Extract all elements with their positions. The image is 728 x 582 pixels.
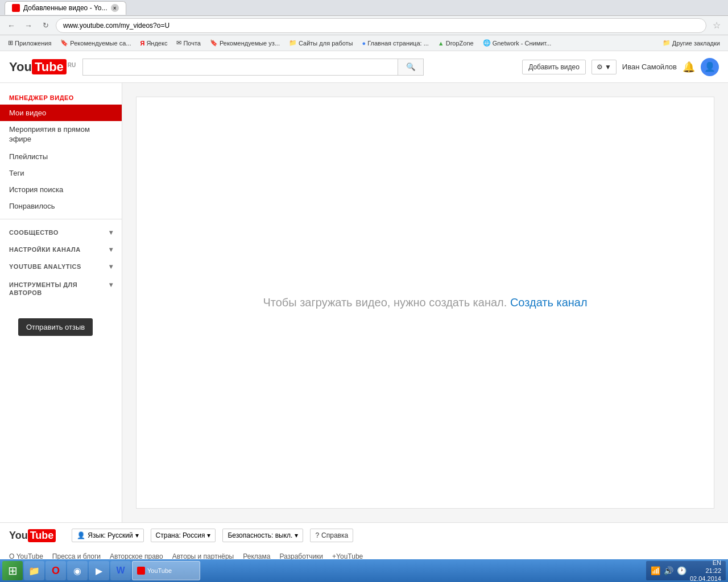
- create-channel-link[interactable]: Создать канал: [510, 296, 588, 309]
- bookmark-home[interactable]: ● Главная страница: ...: [359, 39, 432, 48]
- search-button[interactable]: 🔍: [398, 59, 424, 76]
- user-icon: 👤: [77, 531, 85, 539]
- bookmark-dropzone[interactable]: ▲ DropZone: [435, 39, 477, 48]
- sidebar-item-history[interactable]: История поиска: [0, 181, 122, 198]
- tray-lang: EN: [690, 559, 721, 567]
- bookmark-home-label: Главная страница: ...: [367, 40, 429, 47]
- bookmark-other[interactable]: 📁 Другие закладки: [659, 38, 723, 48]
- media-icon: ▶: [96, 566, 102, 576]
- bookmark-apps-label: Приложения: [15, 40, 51, 47]
- reload-btn[interactable]: ↻: [39, 19, 52, 32]
- bookmark-rec2-label: Рекомендуемые уз...: [220, 40, 280, 47]
- sidebar-item-tags-label: Теги: [9, 169, 24, 177]
- bookmark-yandex[interactable]: Я Яндекс: [136, 39, 171, 48]
- bm-icon-dropzone: ▲: [438, 40, 444, 47]
- sidebar-item-playlists[interactable]: Плейлисты: [0, 148, 122, 165]
- bm-icon-gnetwork: 🌐: [483, 39, 491, 47]
- channel-settings-label: НАСТРОЙКИ КАНАЛА: [9, 246, 81, 253]
- safety-selector[interactable]: Безопасность: выкл. ▾: [222, 529, 303, 542]
- page-wrapper: Добавленные видео - Yo... × ← → ↻ ☆ ⊞ Пр…: [0, 0, 728, 582]
- taskbar-active-app[interactable]: YouTube: [132, 561, 200, 580]
- sidebar-section-channel-settings[interactable]: НАСТРОЙКИ КАНАЛА ▾: [0, 241, 122, 258]
- tab-close-btn[interactable]: ×: [111, 4, 119, 12]
- feedback-button[interactable]: Отправить отзыв: [18, 318, 93, 336]
- bookmark-mail[interactable]: ✉ Почта: [173, 38, 204, 48]
- bookmark-mail-label: Почта: [183, 40, 201, 47]
- opera-icon: O: [52, 565, 60, 577]
- bookmarks-bar: ⊞ Приложения 🔖 Рекомендуемые са... Я Янд…: [0, 35, 728, 51]
- tray-time-display: EN 21:22 02.04.2014: [690, 559, 721, 582]
- start-button[interactable]: ⊞: [2, 561, 23, 580]
- sidebar-item-tags[interactable]: Теги: [0, 165, 122, 181]
- bm-icon-yandex: Я: [140, 40, 144, 47]
- tray-network-icon: 📶: [651, 566, 660, 575]
- help-button[interactable]: ? Справка: [310, 529, 353, 542]
- country-selector[interactable]: Страна: Россия ▾: [151, 529, 216, 542]
- search-input[interactable]: [82, 59, 398, 76]
- settings-button[interactable]: ⚙ ▼: [592, 60, 617, 74]
- sidebar-item-history-label: История поиска: [9, 185, 63, 194]
- forward-btn[interactable]: →: [22, 19, 35, 32]
- empty-state: Чтобы загружать видео, нужно создать кан…: [263, 296, 587, 309]
- logo-you: YouTube: [9, 60, 67, 74]
- word-icon: W: [116, 566, 125, 576]
- tools-chevron: ▾: [109, 281, 113, 290]
- taskbar-tray: 📶 🔊 🕐 EN 21:22 02.04.2014: [646, 561, 726, 580]
- sidebar-section-community[interactable]: СООБЩЕСТВО ▾: [0, 224, 122, 241]
- safety-label: Безопасность: выкл.: [228, 531, 292, 539]
- chrome-icon: ◉: [73, 566, 81, 576]
- taskbar-word[interactable]: W: [110, 561, 131, 580]
- tray-volume-icon: 🔊: [664, 566, 673, 575]
- community-label: СООБЩЕСТВО: [9, 229, 59, 236]
- user-name: Иван Самойлов: [622, 63, 677, 71]
- search-container: 🔍: [82, 59, 424, 76]
- sidebar-section-tools[interactable]: ИНСТРУМЕНТЫ ДЛЯ АВТОРОВ ▾: [0, 275, 122, 303]
- bookmark-rec2[interactable]: 🔖 Рекомендуемые уз...: [206, 38, 283, 48]
- help-icon: ?: [315, 531, 319, 539]
- sidebar-item-liked-label: Понравилось: [9, 202, 55, 210]
- taskbar-explorer[interactable]: 📁: [24, 561, 44, 580]
- taskbar-media[interactable]: ▶: [89, 561, 109, 580]
- bookmark-sites-label: Сайты для работы: [299, 40, 353, 47]
- back-btn[interactable]: ←: [5, 19, 18, 32]
- taskbar: ⊞ 📁 O ◉ ▶ W YouTube 📶 🔊 🕐 EN 21:22: [0, 559, 728, 582]
- star-icon: ☆: [710, 19, 723, 32]
- taskbar-opera[interactable]: O: [46, 561, 66, 580]
- bookmark-apps[interactable]: ⊞ Приложения: [5, 38, 55, 48]
- tab-title: Добавленные видео - Yo...: [23, 4, 107, 12]
- bm-icon-home: ●: [362, 40, 366, 47]
- sidebar-section-analytics[interactable]: YOUTUBE ANALYTICS ▾: [0, 258, 122, 275]
- yt-header: YouTube RU 🔍 Добавить видео ⚙ ▼ Иван Сам…: [0, 51, 728, 83]
- bm-icon-other: 📁: [663, 39, 671, 47]
- user-avatar[interactable]: 👤: [701, 58, 719, 76]
- add-video-button[interactable]: Добавить видео: [522, 60, 586, 74]
- analytics-label: YOUTUBE ANALYTICS: [9, 263, 81, 270]
- sidebar-item-my-videos[interactable]: Мои видео: [0, 105, 122, 121]
- sidebar-item-live[interactable]: Мероприятия в прямом эфире: [0, 121, 122, 148]
- address-bar[interactable]: [56, 18, 706, 33]
- header-right: Добавить видео ⚙ ▼ Иван Самойлов 🔔 👤: [522, 58, 719, 76]
- footer-yt-logo: YouTube: [9, 529, 56, 542]
- yt-logo[interactable]: YouTube RU: [9, 60, 76, 74]
- bm-icon-rec2: 🔖: [210, 39, 218, 47]
- sidebar-item-playlists-label: Плейлисты: [9, 152, 48, 161]
- bookmark-rec1-label: Рекомендуемые са...: [70, 40, 131, 47]
- browser-tab[interactable]: Добавленные видео - Yo... ×: [5, 1, 126, 15]
- community-chevron: ▾: [109, 228, 113, 236]
- sidebar: МЕНЕДЖЕР ВИДЕО Мои видео Мероприятия в п…: [0, 83, 122, 522]
- sidebar-item-my-videos-label: Мои видео: [9, 109, 46, 117]
- tools-label: ИНСТРУМЕНТЫ ДЛЯ АВТОРОВ: [9, 281, 109, 297]
- tab-favicon: [12, 4, 20, 12]
- bookmark-sites[interactable]: 📁 Сайты для работы: [286, 38, 357, 48]
- explorer-icon: 📁: [28, 566, 40, 576]
- sidebar-item-liked[interactable]: Понравилось: [0, 198, 122, 214]
- notification-bell-icon[interactable]: 🔔: [682, 61, 695, 73]
- analytics-chevron: ▾: [109, 263, 113, 271]
- bookmark-rec1[interactable]: 🔖 Рекомендуемые са...: [57, 38, 134, 48]
- tray-date: 02.04.2014: [690, 575, 721, 582]
- bookmark-gnetwork[interactable]: 🌐 Gnetwork - Снимит...: [479, 38, 555, 48]
- language-selector[interactable]: 👤 Язык: Русский ▾: [72, 529, 143, 542]
- help-label: Справка: [321, 531, 348, 539]
- taskbar-chrome[interactable]: ◉: [67, 561, 88, 580]
- content-area: Чтобы загружать видео, нужно создать кан…: [136, 97, 714, 509]
